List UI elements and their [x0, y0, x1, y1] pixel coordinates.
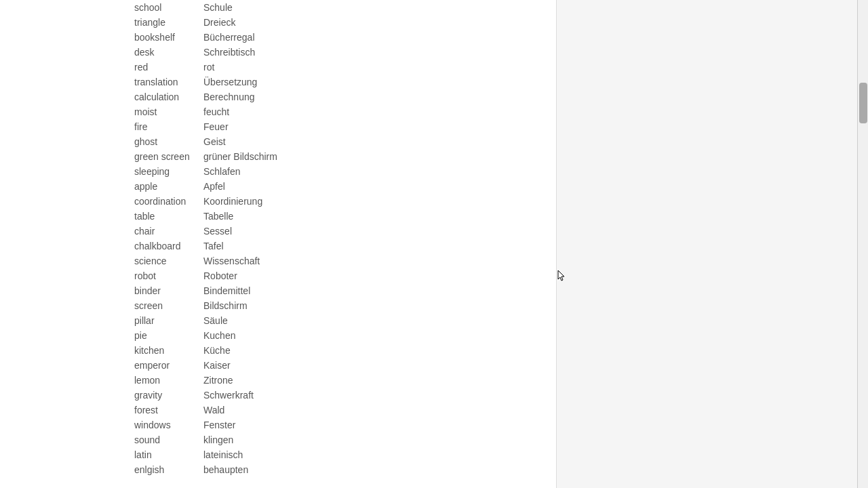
english-word: pie [0, 330, 190, 341]
word-row: windowsFenster [0, 418, 556, 432]
word-row: coordinationKoordinierung [0, 194, 556, 209]
english-word: bookshelf [0, 32, 190, 43]
german-word: Schreibtisch [190, 47, 420, 58]
german-word: klingen [190, 434, 420, 445]
german-word: Schwerkraft [190, 390, 420, 401]
german-word: Bildschirm [190, 300, 420, 311]
german-word: Bücherregal [190, 32, 420, 43]
german-word: Roboter [190, 270, 420, 281]
english-word: fire [0, 121, 190, 132]
english-word: apple [0, 181, 190, 192]
word-row: lemonZitrone [0, 373, 556, 388]
word-row: green screengrüner Bildschirm [0, 149, 556, 164]
word-row: chalkboardTafel [0, 239, 556, 253]
german-word: Fenster [190, 420, 420, 430]
word-row: triangleDreieck [0, 15, 556, 30]
german-word: Säule [190, 315, 420, 326]
german-word: Wissenschaft [190, 256, 420, 266]
word-row: calculationBerechnung [0, 89, 556, 104]
german-word: Berechnung [190, 92, 420, 102]
english-word: translation [0, 77, 190, 87]
page-container: schoolSchuletriangleDreieckbookshelfBüch… [0, 0, 868, 488]
english-word: lemon [0, 375, 190, 386]
word-row: soundklingen [0, 432, 556, 447]
word-row: binderBindemittel [0, 283, 556, 298]
german-word: Schule [190, 2, 420, 13]
german-word: Dreieck [190, 17, 420, 28]
english-word: robot [0, 270, 190, 281]
english-word: ghost [0, 136, 190, 147]
english-word: windows [0, 420, 190, 430]
english-word: triangle [0, 17, 190, 28]
english-word: moist [0, 106, 190, 117]
english-word: science [0, 256, 190, 266]
german-word: Tabelle [190, 211, 420, 222]
german-word: grüner Bildschirm [190, 151, 420, 162]
word-row: appleApfel [0, 179, 556, 194]
german-word: Apfel [190, 181, 420, 192]
english-word: chalkboard [0, 241, 190, 251]
english-word: chair [0, 226, 190, 237]
german-word: Küche [190, 345, 420, 356]
word-row: robotRoboter [0, 268, 556, 283]
german-word: Geist [190, 136, 420, 147]
english-word: calculation [0, 92, 190, 102]
word-row: pillarSäule [0, 313, 556, 328]
german-word: Kuchen [190, 330, 420, 341]
german-word: Schlafen [190, 166, 420, 177]
word-row: deskSchreibtisch [0, 45, 556, 60]
english-word: desk [0, 47, 190, 58]
scrollbar-thumb[interactable] [859, 83, 867, 123]
english-word: emperor [0, 360, 190, 371]
word-row: screenBildschirm [0, 298, 556, 313]
english-word: kitchen [0, 345, 190, 356]
german-word: lateinisch [190, 449, 420, 460]
content-area: schoolSchuletriangleDreieckbookshelfBüch… [0, 0, 556, 488]
word-row: sleepingSchlafen [0, 164, 556, 179]
word-row: fireFeuer [0, 119, 556, 134]
english-word: sleeping [0, 166, 190, 177]
word-row: forestWald [0, 403, 556, 418]
german-word: feucht [190, 106, 420, 117]
english-word: table [0, 211, 190, 222]
german-word: Bindemittel [190, 285, 420, 296]
english-word: red [0, 62, 190, 73]
word-row: pieKuchen [0, 328, 556, 343]
word-row: emperorKaiser [0, 358, 556, 373]
english-word: forest [0, 405, 190, 415]
word-row: translationÜbersetzung [0, 75, 556, 89]
word-row: moistfeucht [0, 104, 556, 119]
word-row: tableTabelle [0, 209, 556, 224]
german-word: Zitrone [190, 375, 420, 386]
german-word: Feuer [190, 121, 420, 132]
german-word: rot [190, 62, 420, 73]
word-row: latinlateinisch [0, 447, 556, 462]
word-row: chairSessel [0, 224, 556, 239]
german-word: Wald [190, 405, 420, 415]
english-word: sound [0, 434, 190, 445]
english-word: enlgish [0, 464, 190, 475]
word-row: schoolSchule [0, 0, 556, 15]
english-word: gravity [0, 390, 190, 401]
english-word: screen [0, 300, 190, 311]
word-row: gravitySchwerkraft [0, 388, 556, 403]
german-word: Tafel [190, 241, 420, 251]
german-word: Sessel [190, 226, 420, 237]
english-word: green screen [0, 151, 190, 162]
word-row: enlgishbehaupten [0, 462, 556, 477]
scrollbar[interactable] [857, 0, 868, 488]
right-panel [556, 0, 868, 488]
german-word: behaupten [190, 464, 420, 475]
german-word: Koordinierung [190, 196, 420, 207]
word-list: schoolSchuletriangleDreieckbookshelfBüch… [0, 0, 556, 477]
english-word: coordination [0, 196, 190, 207]
word-row: bookshelfBücherregal [0, 30, 556, 45]
word-row: scienceWissenschaft [0, 253, 556, 268]
german-word: Kaiser [190, 360, 420, 371]
word-row: kitchenKüche [0, 343, 556, 358]
english-word: latin [0, 449, 190, 460]
word-row: ghostGeist [0, 134, 556, 149]
english-word: binder [0, 285, 190, 296]
english-word: school [0, 2, 190, 13]
german-word: Übersetzung [190, 77, 420, 87]
